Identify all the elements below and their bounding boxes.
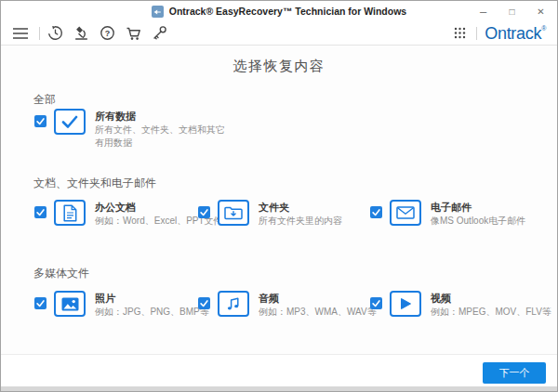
checkmark-icon (35, 207, 46, 217)
toolbar: ? Ontrack® (1, 21, 557, 46)
section-label-all: 全部 (33, 92, 56, 108)
recovery-item-email[interactable]: 电子邮件 像MS Outlook电子邮件 (370, 200, 525, 228)
music-note-icon (218, 291, 249, 317)
analysis-button[interactable] (73, 25, 89, 41)
checkbox-all-data[interactable] (34, 115, 46, 127)
toolbar-right: Ontrack® (454, 25, 546, 42)
next-button[interactable]: 下一个 (483, 362, 546, 384)
item-text: 照片 例如：JPG、PNG、BMP等 (95, 292, 209, 319)
item-title: 视频 (431, 292, 551, 305)
checkbox-folders[interactable] (198, 206, 210, 218)
close-button[interactable]: ✕ (526, 1, 555, 21)
item-text: 所有数据 所有文件、文件夹、文档和其它 有用数据 (95, 110, 225, 149)
section-label-multimedia: 多媒体文件 (33, 266, 89, 281)
registered-mark: ® (541, 25, 546, 32)
item-title: 电子邮件 (431, 201, 525, 214)
recovery-item-office-documents[interactable]: 办公文档 例如：Word、Excel、PPT文件 (34, 200, 223, 228)
item-description: 所有文件夹里的内容 (259, 215, 342, 228)
key-icon (152, 25, 167, 41)
history-button[interactable] (47, 25, 63, 41)
item-title: 文件夹 (259, 201, 342, 214)
recovery-item-video[interactable]: 视频 例如：MPEG、MOV、FLV等 (370, 291, 551, 319)
item-text: 音频 例如：MP3、WMA、WAV等 (259, 292, 377, 319)
ontrack-logo: Ontrack® (485, 25, 546, 42)
microscope-icon (73, 25, 89, 41)
photo-icon (54, 291, 86, 317)
checkbox-email[interactable] (370, 206, 382, 218)
item-title: 照片 (95, 292, 209, 305)
item-title: 音频 (259, 292, 377, 305)
cart-button[interactable] (126, 26, 141, 41)
document-icon (54, 200, 86, 226)
checkmark-icon (199, 207, 209, 217)
item-text: 视频 例如：MPEG、MOV、FLV等 (431, 292, 551, 319)
recovery-item-all-data[interactable]: 所有数据 所有文件、文件夹、文档和其它 有用数据 (34, 109, 225, 149)
item-description: 所有文件、文件夹、文档和其它 有用数据 (95, 124, 225, 149)
play-icon (390, 291, 421, 317)
item-description: 例如：MP3、WMA、WAV等 (259, 306, 377, 319)
item-text: 电子邮件 像MS Outlook电子邮件 (431, 201, 525, 228)
app-icon (152, 6, 164, 18)
item-description: 例如：MPEG、MOV、FLV等 (431, 306, 551, 319)
checkbox-office-documents[interactable] (34, 206, 46, 218)
checkmark-icon (35, 298, 46, 308)
checkmark-icon (371, 207, 381, 217)
window-bottom-edge (1, 386, 557, 391)
menu-button[interactable] (12, 27, 29, 40)
item-title: 所有数据 (95, 110, 225, 123)
folder-icon (218, 200, 249, 226)
item-text: 文件夹 所有文件夹里的内容 (259, 201, 342, 228)
history-icon (47, 25, 63, 41)
all-data-check-icon (54, 109, 86, 135)
maximize-button[interactable]: □ (498, 1, 526, 21)
checkbox-video[interactable] (370, 297, 382, 309)
recovery-item-photos[interactable]: 照片 例如：JPG、PNG、BMP等 (34, 291, 209, 319)
svg-text:?: ? (105, 29, 111, 38)
help-icon: ? (100, 25, 115, 41)
minimize-button[interactable]: – (469, 1, 498, 21)
titlebar: Ontrack® EasyRecovery™ Technician for Wi… (1, 1, 557, 22)
checkbox-audio[interactable] (198, 297, 210, 309)
footer: 下一个 (1, 354, 557, 389)
item-description: 像MS Outlook电子邮件 (431, 215, 525, 228)
item-description: 例如：JPG、PNG、BMP等 (95, 306, 209, 319)
page-title: 选择恢复内容 (1, 58, 557, 75)
window-controls: – □ ✕ (469, 1, 555, 21)
recovery-item-folders[interactable]: 文件夹 所有文件夹里的内容 (198, 200, 342, 228)
recovery-item-audio[interactable]: 音频 例如：MP3、WMA、WAV等 (198, 291, 377, 319)
cart-icon (126, 26, 141, 41)
checkmark-icon (35, 116, 46, 126)
checkbox-photos[interactable] (34, 297, 46, 309)
window-title: Ontrack® EasyRecovery™ Technician for Wi… (169, 6, 406, 17)
section-label-documents: 文档、文件夹和电子邮件 (33, 176, 156, 191)
apps-grid-icon (454, 27, 466, 39)
hamburger-menu-icon (12, 27, 29, 40)
help-button[interactable]: ? (100, 25, 115, 41)
checkmark-icon (199, 298, 209, 308)
toolbar-separator (476, 27, 477, 40)
license-key-button[interactable] (152, 25, 167, 41)
toolbar-separator (39, 27, 40, 40)
mail-icon (390, 200, 421, 226)
checkmark-icon (371, 298, 381, 308)
app-window: Ontrack® EasyRecovery™ Technician for Wi… (0, 0, 558, 392)
content-area: 选择恢复内容 全部 所有数据 所有文件、文件夹、文档和其它 有用数据 文档、文件… (1, 46, 557, 354)
apps-grid-button[interactable] (454, 27, 466, 39)
